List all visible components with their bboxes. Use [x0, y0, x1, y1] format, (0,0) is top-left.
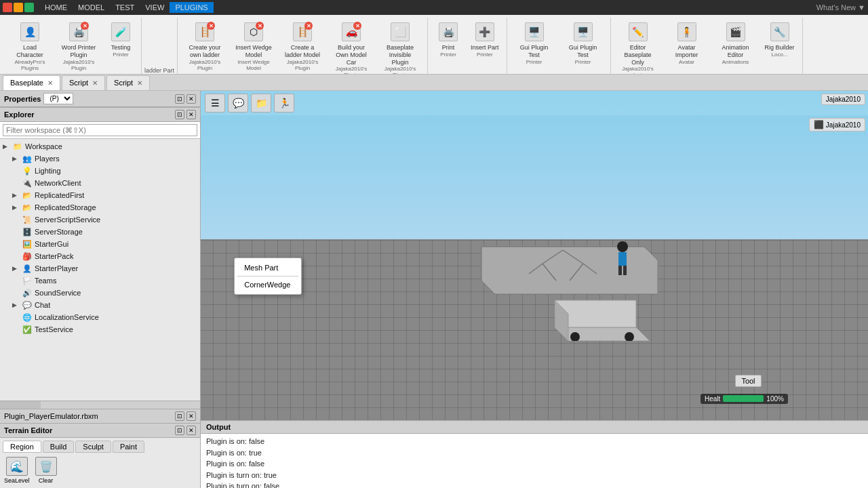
file-float-button[interactable]: ⊡	[175, 411, 184, 421]
menu-home[interactable]: HOME	[39, 2, 73, 13]
tab-script-2-label: Script	[114, 79, 133, 87]
tree-item-networkclient[interactable]: 🔌 NetworkClient	[11, 177, 199, 189]
output-panel: Output Plugin is on: falsePlugin is on: …	[201, 420, 868, 488]
terrain-controls: ⊡ ✕	[175, 426, 196, 435]
terrain-tool-sealevel[interactable]: 🌊 SeaLevel	[4, 457, 30, 484]
ribbon-btn-build-car[interactable]: 🚗 ✕ Build your Own Model Car Jajaka2010'…	[328, 18, 374, 75]
tree-item-starter-gui[interactable]: 🖼️ StarterGui	[11, 238, 199, 250]
ribbon-btn-create-ladder-model[interactable]: 🪜 ✕ Create a ladder Model Jajaka2010's P…	[279, 18, 326, 75]
vp-save-button[interactable]: 📁	[251, 94, 271, 113]
tree-item-chat[interactable]: ▶ 💬 Chat	[11, 299, 199, 311]
menu-view[interactable]: VIEW	[140, 2, 170, 13]
tree-item-sound-service[interactable]: 🔊 SoundService	[11, 287, 199, 299]
replicated-storage-arrow: ▶	[12, 204, 22, 211]
tree-item-test-service[interactable]: ✅ TestService	[11, 323, 199, 336]
properties-header: Properties (P) ⊡ ✕	[0, 91, 200, 107]
starter-player-label: StarterPlayer	[35, 264, 78, 272]
explorer-controls: ⊡ ✕	[175, 110, 196, 119]
vp-menu-button[interactable]: ☰	[205, 94, 225, 113]
explorer-float-button[interactable]: ⊡	[175, 110, 184, 119]
tree-item-workspace[interactable]: ▶ 📁 Workspace	[1, 140, 199, 152]
ribbon-btn-insert-wedge[interactable]: ⬡ ✕ Insert Wedge Model Insert Wedge Mode…	[231, 18, 277, 75]
tab-script-1-close[interactable]: ✕	[92, 79, 98, 87]
tab-script-2[interactable]: Script ✕	[106, 75, 150, 90]
tree-item-replicated-first[interactable]: ▶ 📂 ReplicatedFirst	[11, 189, 199, 201]
tab-baseplate[interactable]: Baseplate ✕	[3, 75, 60, 90]
server-storage-icon: 🗄️	[22, 226, 33, 237]
tree-item-starter-player[interactable]: ▶ 👤 StarterPlayer	[11, 262, 199, 274]
explorer-close-button[interactable]: ✕	[186, 110, 196, 119]
terrain-tab-build[interactable]: Build	[43, 441, 74, 453]
output-line: Plugin is on: true	[206, 447, 863, 459]
tree-item-starter-pack[interactable]: 🎒 StarterPack	[11, 250, 199, 262]
tree-item-localization-service[interactable]: 🌐 LocalizationService	[11, 311, 199, 323]
ctx-divider	[237, 276, 298, 277]
tree-item-teams[interactable]: 🏳️ Teams	[11, 274, 199, 287]
output-line: Plugin is on: false	[206, 458, 863, 470]
char-body	[618, 252, 627, 266]
ribbon-btn-rig-builder[interactable]: 🔧 Rig Builder Loco...	[762, 18, 798, 61]
terrain-float-button[interactable]: ⊡	[175, 426, 184, 435]
tool-name: Tool	[741, 377, 755, 385]
tree-item-replicated-storage[interactable]: ▶ 📂 ReplicatedStorage	[11, 201, 199, 214]
tab-baseplate-close[interactable]: ✕	[47, 79, 53, 87]
menu-test[interactable]: TEST	[110, 2, 140, 13]
properties-filter-select[interactable]: (P)	[43, 93, 73, 104]
ribbon-btn-insert-part[interactable]: ➕ Insert Part Printer	[467, 18, 502, 61]
ribbon-btn-testing[interactable]: 🧪 Testing Printer	[104, 18, 137, 61]
vp-play-button[interactable]: 🏃	[274, 94, 294, 113]
ribbon-btn-load-character[interactable]: 👤 Load Character AlreadyPro's Plugins	[7, 18, 53, 75]
char-leg-right	[623, 266, 627, 275]
file-close-button[interactable]: ✕	[186, 411, 196, 421]
maximize-window-button[interactable]	[24, 3, 34, 12]
networkclient-label: NetworkClient	[35, 179, 81, 187]
tool-label: Tool	[735, 375, 761, 387]
terrain-tool-clear[interactable]: 🗑️ Clear	[35, 457, 57, 484]
vp-chat-button[interactable]: 💬	[228, 94, 248, 113]
whats-new-label[interactable]: What's New ▼	[816, 3, 865, 12]
wedge-svg	[555, 287, 650, 341]
menu-model[interactable]: MODEL	[73, 2, 110, 13]
ribbon-btn-baseplate-invisible[interactable]: ⬜ Baseplate Invisible Plugin Jajaka2010'…	[377, 18, 423, 75]
sealevel-label: SeaLevel	[4, 477, 30, 484]
tree-item-server-storage[interactable]: 🗄️ ServerStorage	[11, 226, 199, 238]
tree-item-lighting[interactable]: 💡 Lighting	[11, 165, 199, 177]
explorer-header: Explorer ⊡ ✕	[0, 107, 200, 122]
ribbon-btn-print[interactable]: 🖨️ Print Printer	[432, 18, 465, 61]
animation-editor-icon: 🎬	[725, 21, 747, 43]
close-window-button[interactable]	[3, 3, 12, 12]
tab-script-2-close[interactable]: ✕	[137, 79, 142, 87]
terrain-close-button[interactable]: ✕	[186, 426, 196, 435]
test-service-icon: ✅	[22, 324, 33, 335]
file-name-label: Plugin_PlayerEmulator.rbxm	[4, 412, 98, 420]
terrain-tab-paint[interactable]: Paint	[113, 441, 144, 453]
terrain-tab-region[interactable]: Region	[3, 441, 41, 453]
ribbon-btn-word-printer[interactable]: 🖨️ ✕ Word Printer Plugin Jajaka2010's Pl…	[56, 18, 102, 75]
terrain-tab-sculpt[interactable]: Sculpt	[75, 441, 111, 453]
properties-float-button[interactable]: ⊡	[175, 94, 184, 104]
explorer-horizontal-scrollbar[interactable]	[0, 401, 200, 409]
ctx-mesh-part[interactable]: Mesh Part	[237, 261, 298, 274]
char-head	[617, 241, 628, 252]
3d-viewport[interactable]: ☰ 💬 📁 🏃 Jajaka2010 ⬛ Jajaka2010	[201, 91, 868, 420]
ribbon-btn-avatar-importer[interactable]: 🧍 Avatar Importer Avatar	[664, 18, 710, 68]
ribbon-btn-gui-test-1[interactable]: 🖥️ Gui Plugin Test Printer	[511, 18, 557, 68]
window-controls	[3, 3, 34, 12]
ribbon-btn-create-ladder[interactable]: 🪜 ✕ Create your own ladder Jajaka2010's …	[182, 18, 228, 75]
ribbon-btn-editor-baseplate[interactable]: ✏️ Editor Baseplate Only Jajaka2010's pl…	[615, 18, 661, 75]
create-ladder-model-icon: 🪜 ✕	[292, 21, 313, 43]
properties-close-button[interactable]: ✕	[186, 94, 196, 104]
main-area: Properties (P) ⊡ ✕ Explorer ⊡ ✕	[0, 91, 868, 488]
tab-script-1[interactable]: Script ✕	[62, 75, 105, 90]
minimize-window-button[interactable]	[14, 3, 23, 12]
tree-item-players[interactable]: ▶ 👥 Players	[11, 152, 199, 165]
ribbon-btn-animation-editor[interactable]: 🎬 Animation Editor Animations	[713, 18, 759, 68]
ribbon-btn-gui-test-2[interactable]: 🖥️ Gui Plugin Test Printer	[560, 18, 606, 68]
load-character-icon: 👤	[19, 21, 41, 43]
tree-item-server-script-service[interactable]: 📜 ServerScriptService	[11, 214, 199, 226]
menu-plugins[interactable]: PLUGINS	[170, 2, 213, 13]
explorer-search-input[interactable]	[3, 124, 197, 136]
ctx-corner-wedge[interactable]: CornerWedge	[237, 278, 298, 291]
starter-pack-label: StarterPack	[35, 252, 73, 260]
terrain-tabs-row: Region Build Sculpt Paint	[0, 438, 200, 453]
